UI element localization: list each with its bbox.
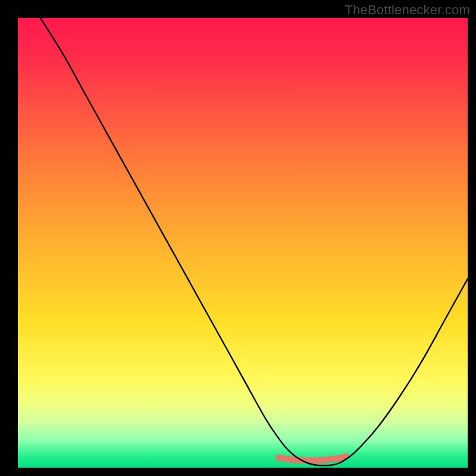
bottleneck-curve [40,18,468,465]
chart-frame: TheBottlenecker.com [0,0,476,476]
chart-svg [18,18,468,468]
fit-segment [278,456,346,461]
plot-area [18,18,468,468]
watermark-text: TheBottlenecker.com [345,2,470,18]
